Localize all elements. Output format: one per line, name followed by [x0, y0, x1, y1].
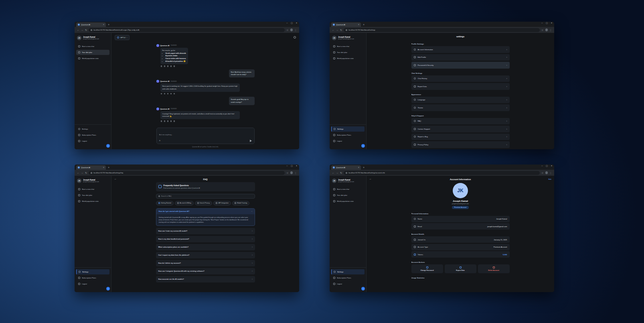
address-bar[interactable]: localhost:5173/#/dashboard/settings/faq [89, 171, 285, 175]
user-profile[interactable]: JK Joseph Kamal joseph.kamal@gmail.com [330, 33, 366, 43]
browser-tab[interactable]: Quantum AI × [331, 165, 361, 170]
sidebar-item-new-chat[interactable]: Start a new chat [76, 44, 109, 49]
back-button[interactable]: ← [77, 172, 79, 174]
regenerate-icon[interactable] [174, 93, 175, 95]
faq-item[interactable]: How is my data handled and protected? › [156, 236, 255, 242]
browser-menu-icon[interactable]: ⋮ [549, 172, 552, 174]
site-info-icon[interactable] [91, 29, 92, 31]
faq-item[interactable]: Can I export my data from the platform? … [156, 252, 255, 258]
gear-icon[interactable] [294, 36, 296, 39]
sidebar-item-diet-plan[interactable]: Your diet plan [76, 193, 109, 198]
user-profile[interactable]: JK Joseph Kamal joseph.kamal@gmail.com [75, 176, 111, 185]
sidebar-item-subscription-plans[interactable]: Subscription Plans [331, 275, 365, 280]
forward-button[interactable]: → [336, 172, 338, 174]
regenerate-icon[interactable] [174, 65, 175, 67]
maximize-button[interactable]: ▢ [546, 165, 548, 167]
forward-button[interactable]: → [81, 29, 83, 31]
site-info-icon[interactable] [346, 172, 347, 174]
change-password-button[interactable]: Change Password [411, 264, 443, 273]
sidebar-item-new-chat[interactable]: Start a new chat [76, 187, 109, 192]
browser-menu-icon[interactable]: ⋮ [549, 29, 552, 31]
address-bar[interactable]: localhost:5173/#/dashboard/settings [344, 28, 540, 32]
thumbs-up-icon[interactable] [161, 65, 162, 67]
sidebar-item-subscription-plans[interactable]: Subscription Plans [331, 132, 365, 138]
browser-menu-icon[interactable]: ⋮ [294, 29, 297, 31]
sidebar-item-diet-plan[interactable]: Your diet plan [331, 193, 365, 198]
settings-row-report-bug[interactable]: Report a Bug › [411, 134, 510, 140]
browser-tab[interactable]: Quantum AI × [76, 22, 106, 27]
minimize-button[interactable]: − [286, 22, 288, 24]
delete-account-button[interactable]: Delete Account [478, 264, 510, 273]
copy-icon[interactable] [167, 93, 169, 95]
sidebar-item-world-population[interactable]: World population stats [76, 199, 109, 204]
chip-api-integration[interactable]: API Integration [213, 201, 231, 205]
speaker-icon[interactable] [170, 93, 172, 95]
settings-row-faq[interactable]: FAQ › [411, 118, 510, 125]
tab-close-icon[interactable]: × [103, 167, 104, 169]
minimize-button[interactable]: − [541, 22, 543, 24]
bookmark-star-icon[interactable]: ☆ [286, 172, 288, 174]
chat-input-box[interactable]: + [156, 128, 255, 144]
user-profile[interactable]: JK Joseph Kamal joseph.kamal@gmail.com [75, 33, 111, 43]
browser-profile-avatar[interactable] [290, 171, 293, 174]
tab-close-icon[interactable]: × [103, 24, 104, 26]
speaker-icon[interactable] [170, 120, 172, 122]
regenerate-icon[interactable] [174, 120, 175, 122]
copy-icon[interactable] [167, 65, 169, 67]
sidebar-item-settings[interactable]: Settings [331, 126, 365, 132]
faq-item[interactable]: How can I train my custom AI model? › [156, 228, 255, 234]
new-tab-button[interactable]: + [108, 165, 109, 170]
faq-search-box[interactable] [156, 194, 255, 199]
export-data-button[interactable]: Export Data [445, 264, 476, 273]
sidebar-item-logout[interactable]: Logout [76, 138, 109, 144]
faq-item[interactable]: How do I delete my account? › [156, 260, 255, 266]
browser-profile-avatar[interactable] [545, 171, 548, 174]
attach-plus-icon[interactable]: + [159, 140, 161, 142]
faq-item[interactable]: How accurate are the AI models? › [156, 276, 255, 282]
reload-button[interactable]: ↻ [340, 172, 342, 174]
minimize-button[interactable]: − [541, 165, 543, 167]
forward-button[interactable]: → [336, 29, 338, 31]
maximize-button[interactable]: ▢ [291, 22, 293, 24]
settings-row-chat-history[interactable]: Chat History › [411, 75, 510, 82]
maximize-button[interactable]: ▢ [546, 22, 548, 24]
chat-input[interactable] [159, 134, 252, 136]
bookmark-star-icon[interactable]: ☆ [541, 29, 543, 31]
address-bar[interactable]: localhost:5173/#/dashboard/home/asdf-asg… [89, 28, 285, 32]
close-button[interactable]: × [551, 165, 552, 167]
back-button[interactable]: ← [332, 172, 334, 174]
reload-button[interactable]: ↻ [85, 29, 87, 31]
speaker-icon[interactable] [170, 65, 172, 67]
sidebar-item-logout[interactable]: Logout [331, 281, 365, 286]
sidebar-item-diet-plan[interactable]: Your diet plan [76, 50, 109, 55]
back-arrow-button[interactable]: ← [114, 178, 117, 180]
chip-data-privacy[interactable]: Data & Privacy [195, 201, 213, 205]
close-button[interactable]: × [296, 165, 297, 167]
back-button[interactable]: ← [77, 29, 79, 31]
sidebar-item-new-chat[interactable]: Start a new chat [331, 44, 365, 49]
bookmark-star-icon[interactable]: ☆ [541, 172, 543, 174]
thumbs-down-icon[interactable] [164, 65, 166, 67]
faq-item[interactable]: How can I integrate Quantum AI with my e… [156, 268, 255, 274]
browser-tab[interactable]: Quantum AI × [331, 22, 361, 27]
thumbs-up-icon[interactable] [161, 93, 162, 95]
sidebar-item-diet-plan[interactable]: Your diet plan [331, 50, 365, 55]
settings-row-privacy-policy[interactable]: Privacy Policy › [411, 141, 510, 148]
sidebar-item-settings[interactable]: Settings [331, 269, 365, 274]
reload-button[interactable]: ↻ [340, 29, 342, 31]
forward-button[interactable]: → [81, 172, 83, 174]
copy-icon[interactable] [167, 120, 169, 122]
site-info-icon[interactable] [91, 172, 92, 174]
chip-account-billing[interactable]: Account & Billing [175, 201, 194, 205]
faq-search-input[interactable] [161, 195, 253, 197]
sidebar-item-logout[interactable]: Logout [76, 281, 109, 286]
settings-row-contact-support[interactable]: Contact Support › [411, 126, 510, 132]
bookmark-star-icon[interactable]: ☆ [286, 29, 288, 31]
close-button[interactable]: × [551, 22, 552, 24]
reload-button[interactable]: ↻ [85, 172, 87, 174]
back-arrow-button[interactable]: ← [369, 178, 372, 180]
model-selector[interactable]: GPT-4 › [115, 35, 130, 40]
back-button[interactable]: ← [332, 29, 334, 31]
chip-getting-started[interactable]: Getting Started [156, 201, 174, 205]
sidebar-collapse-button[interactable]: › [361, 144, 365, 148]
